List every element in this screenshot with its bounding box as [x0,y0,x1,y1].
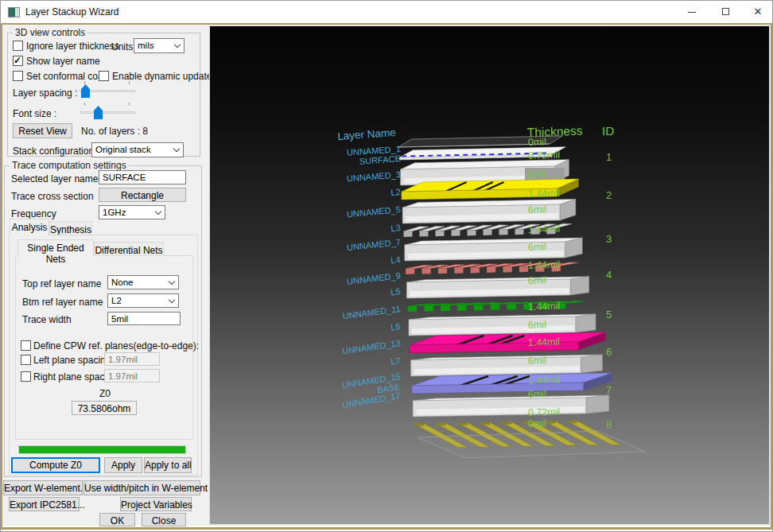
stack-layer-shape [474,305,483,310]
stack-label: 1.44mil [528,259,561,271]
stack-label: 2 [606,189,612,201]
btm-ref-layer-select[interactable]: L2 [107,293,179,308]
stack-label: UNNAMED_5 [347,204,402,219]
stack-layer-shape [418,431,646,458]
left-plane-spacing-input[interactable]: 1.97mil [104,352,160,366]
stack-layer-shape [491,305,499,310]
stack-layer-shape [503,267,512,273]
compute-z0-button[interactable]: Compute Z0 [11,457,100,473]
top-ref-layer-value: None [111,278,134,287]
right-plane-spacing-input[interactable]: 1.97mil [104,369,160,382]
show-layer-name-label: Show layer name [26,56,100,67]
left-plane-spacing-checkbox[interactable] [21,355,31,365]
top-ref-layer-select[interactable]: None [107,275,179,289]
right-plane-spacing-checkbox[interactable] [21,371,31,382]
stack-label: UNNAMED_3 [347,169,402,184]
stack-label: L2 [390,187,401,197]
stack-label: 1.44mil [528,375,561,386]
export-w-element-button[interactable]: Export W-element... [3,480,83,495]
close-button-dialog[interactable]: Close [142,513,186,526]
selected-layer-name-input[interactable]: SURFACE [99,170,186,184]
stack-label: 6mil [528,355,546,367]
slider-tick [129,81,130,84]
stack-layer-shape [581,355,603,373]
selected-layer-name-label: Selected layer name [11,173,98,184]
top-ref-layer-label: Top ref layer name [22,278,101,289]
stack-label: 0mil [528,417,546,429]
stack-3d-view[interactable]: UNNAMED_10milSURFACE0.72mil1UNNAMED_36mi… [210,26,769,524]
slider-tick [84,81,85,84]
trace-cross-section-button[interactable]: Rectangle [99,188,186,202]
project-variables-button[interactable]: Project Variables [120,497,192,511]
show-layer-name-checkbox[interactable] [13,56,23,66]
stack-label: 1.44mil [528,336,561,348]
title-bar[interactable]: Layer Stackup Wizard ✕ [1,1,772,23]
minimize-button[interactable] [675,1,709,23]
stackup-3d-viewport[interactable]: UNNAMED_10milSURFACE0.72mil1UNNAMED_36mi… [209,25,770,525]
stack-label: 8 [606,418,612,430]
stack-layer-shape [484,230,492,235]
stack-layer-shape [546,421,556,424]
stack-layer-shape [436,231,445,236]
font-size-slider-track[interactable] [80,111,135,114]
maximize-button[interactable] [709,1,742,23]
num-layers-label: No. of layers : 8 [81,126,148,137]
stack-configuration-select[interactable]: Original stack [91,142,184,157]
group-3d-view-controls: 3D view controls Ignore layer thickness … [7,33,200,157]
stack-layer-shape [452,231,460,236]
stack-label: L7 [390,355,401,367]
stack-layer-shape [441,305,449,311]
stack-label: 6mil [528,168,546,180]
stack-layer-shape [425,306,433,312]
stack-layer-shape [406,269,414,274]
tab-differential-nets[interactable]: Differential Nets [94,242,164,256]
use-width-pitch-button[interactable]: Use width/pitch in W-element [84,480,200,495]
set-conformal-coat-label: Set conformal coat [26,71,106,82]
tab-synthesis[interactable]: Synthesis [49,221,92,235]
stack-label: L6 [390,321,401,332]
stack-label: UNNAMED_7 [346,237,401,252]
trace-width-input[interactable]: 5mil [107,312,181,325]
layer-spacing-slider-thumb[interactable] [81,84,90,98]
window-title: Layer Stackup Wizard [25,6,118,17]
tab-single-ended-nets[interactable]: Single Ended Nets [17,239,94,256]
controls-panel: 3D view controls Ignore layer thickness … [2,25,208,526]
apply-to-all-button[interactable]: Apply to all [144,457,192,473]
stack-layer-shape [471,267,480,273]
stack-label: UNNAMED_13 [341,338,401,355]
units-select[interactable]: mils [134,38,185,53]
ignore-layer-thickness-checkbox[interactable] [13,41,23,51]
stack-label: SURFACE [359,153,401,166]
stack-label: 6mil [528,388,546,400]
group-trace-computation: Trace computation settings Selected laye… [4,165,202,477]
stack-label: 3 [606,233,612,245]
define-cpw-label: Define CPW ref. planes(edge-to-edge): [33,340,199,351]
stack-layer-shape [404,231,413,237]
stack-layer-shape [502,422,512,425]
trace-width-label: Trace width [22,314,72,325]
set-conformal-coat-checkbox[interactable] [13,71,23,81]
close-icon: ✕ [754,6,763,17]
enable-dynamic-update-label: Enable dynamic update [112,71,212,82]
reset-view-button[interactable]: Reset View [13,123,72,138]
export-ipc2581-button[interactable]: Export IPC2581... [9,497,80,511]
enable-dynamic-update-checkbox[interactable] [99,71,109,81]
font-size-slider-thumb[interactable] [94,106,103,119]
compute-progress-bar [18,445,186,454]
layer-spacing-label: Layer spacing : [13,87,77,99]
accent-border-bottom [1,527,772,530]
close-button[interactable]: ✕ [741,1,773,23]
stack-label: 6mil [528,241,546,253]
stack-label: 4 [606,269,612,281]
stack-label: 1.44mil [528,188,561,200]
define-cpw-checkbox[interactable] [21,340,31,351]
group-trace-computation-title: Trace computation settings [10,160,129,171]
stack-label: 1.44mil [528,301,561,313]
apply-button[interactable]: Apply [104,457,142,473]
ok-button[interactable]: OK [99,513,135,526]
frequency-select[interactable]: 1GHz [99,205,165,219]
trace-cross-section-label: Trace cross section [11,191,94,202]
tab-analysis[interactable]: Analysis [10,219,49,235]
stack-layer-shape [515,229,524,235]
btm-ref-layer-value: L2 [111,296,122,305]
